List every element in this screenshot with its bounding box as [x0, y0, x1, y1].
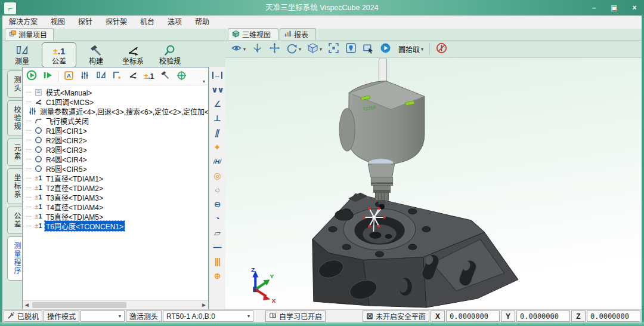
tree-item[interactable]: 测量参数逼近<4>,回退<3>,搜索<6>,定位<2>,定位加<2>,测 [23, 106, 208, 116]
pan-icon [269, 42, 280, 56]
menu-item[interactable]: 机台 [134, 16, 161, 29]
axis-y-label: Y [270, 273, 274, 279]
menu-item[interactable]: 帮助 [188, 16, 216, 29]
locate-icon[interactable] [343, 42, 358, 56]
viewport-3d[interactable]: TZTEK [225, 58, 642, 310]
tree-item[interactable]: 飞行模式关闭 [23, 116, 208, 125]
tolerance-ribbon-button[interactable]: ±.1 公差 [42, 42, 76, 67]
scroll-right-icon[interactable]: ► [200, 301, 208, 309]
measure-small-icon[interactable] [94, 69, 108, 84]
view-eye-icon[interactable]: ▾ [229, 42, 247, 56]
tab-measure-project[interactable]: 测量项目 [5, 28, 54, 40]
view-tab-strip: 三维视图 报表 [225, 29, 642, 41]
concentricity-icon[interactable]: ◎ [210, 168, 225, 183]
straightness-icon[interactable]: — [210, 240, 225, 254]
parallelism-icon[interactable]: ∥ [210, 125, 225, 140]
axis-label: Y [501, 310, 515, 322]
profile-icon[interactable]: /H/ [210, 154, 225, 168]
pan-icon[interactable] [267, 42, 282, 56]
tree-item[interactable]: R2圆<CIR2> [23, 135, 208, 144]
tree-item[interactable]: R3圆<CIR3> [23, 144, 208, 154]
side-tab-coordsys[interactable]: 坐标系 [7, 168, 22, 204]
separator [429, 43, 430, 55]
symmetry-icon[interactable]: ||| [210, 254, 225, 269]
tolerance-small-icon[interactable]: ±.1 [142, 69, 156, 84]
tree-item[interactable]: 模式<Manual> [23, 87, 208, 97]
tolerance-icon: ±.1 [53, 44, 66, 57]
circularity-icon[interactable]: ○ [210, 183, 225, 197]
menu-item[interactable]: 解决方案 [2, 16, 44, 29]
fit-icon[interactable] [326, 42, 341, 56]
tree-item[interactable]: ±1 T4直径<TDIAM4> [23, 202, 208, 211]
dim-icon: ±1 [34, 202, 43, 211]
scroll-left-icon[interactable]: ◄ [23, 301, 31, 309]
flatness-icon[interactable]: ▱ [210, 226, 225, 240]
side-tab-tolerance[interactable]: 公差 [7, 207, 22, 234]
tree-item[interactable]: ±1 T3直径<TDIAM3> [23, 192, 208, 202]
corner-icon[interactable] [110, 69, 124, 84]
tree-item[interactable]: ±1 T5直径<TDIAM5> [23, 211, 208, 221]
probe-stop-icon[interactable] [434, 42, 449, 56]
tree-item[interactable]: ±1 T1直径<TDIAM1> [23, 173, 208, 183]
menu-item[interactable]: 视图 [44, 16, 72, 29]
restore-button[interactable]: ▣ [609, 4, 619, 12]
active-probe-select[interactable]: RT50-1 A:0,B:0▾ [163, 310, 253, 322]
horizontal-scrollbar[interactable]: ◄ ► [23, 300, 208, 309]
construct-ribbon-button[interactable]: 构建 [79, 42, 113, 67]
align-icon[interactable] [174, 69, 188, 84]
step-run-icon[interactable] [41, 69, 55, 84]
coordsys-ribbon-button[interactable]: 坐标系 [116, 42, 150, 67]
width-icon[interactable]: ↔ [210, 68, 225, 82]
params-icon[interactable] [78, 69, 92, 84]
orbit-icon[interactable] [250, 42, 265, 56]
gauge-ribbon-button[interactable]: 校验规 [153, 42, 187, 67]
toolbar-overflow-button[interactable]: ▾ [201, 79, 207, 84]
tolerance-symbol-bar: ↔ ∨∨ ∠ ⊥ [209, 67, 225, 310]
side-tab-probe[interactable]: 测头 [7, 70, 22, 98]
spin-icon[interactable]: ▾ [284, 42, 303, 56]
label-icon: A [64, 70, 74, 82]
circle-pick-dropdown[interactable]: 圆拾取 ▾ [395, 42, 425, 56]
tree-item[interactable]: ±1 T6同心度<TCONCEN1> [23, 221, 208, 230]
tree-item[interactable]: ±1 T2直径<TDIAM2> [23, 183, 208, 192]
tab-report[interactable]: 报表 [280, 28, 316, 40]
play-icon[interactable] [378, 42, 393, 56]
close-button[interactable]: × [630, 4, 639, 12]
main-content: 测量项目 测量 ±.1 公差 [2, 29, 642, 310]
tree-item[interactable]: R5圆<CIR5> [23, 164, 208, 173]
position-icon[interactable]: ⌖ [210, 140, 225, 154]
tree-item[interactable]: C1回调<MCS> [23, 97, 208, 106]
run-icon[interactable] [24, 69, 39, 84]
select-window-icon[interactable] [361, 42, 376, 56]
mode-select[interactable]: ▾ [80, 310, 125, 322]
coordsys-icon [126, 44, 140, 57]
coordinate-readout: X 0.0000000 Y 0.0000000 Z 0.0000000 [431, 310, 640, 322]
hammer-small-icon[interactable] [158, 69, 172, 84]
corner-icon [112, 70, 122, 82]
scroll-thumb[interactable] [32, 302, 126, 308]
tab-3d-view[interactable]: 三维视图 [228, 28, 278, 40]
menu-item[interactable]: 探针架 [99, 16, 134, 29]
circle-icon [34, 126, 43, 135]
coordsys-small-icon[interactable] [126, 69, 140, 84]
measure-project-panel: 测量项目 测量 ±.1 公差 [2, 29, 225, 310]
perpendicularity-icon[interactable]: ⊥ [210, 111, 225, 125]
minimize-button[interactable]: – [589, 4, 599, 12]
composite-position-icon[interactable]: ⊕ [210, 269, 225, 283]
tree-item[interactable]: R1圆<CIR1> [23, 125, 208, 135]
menu-item[interactable]: 选项 [161, 16, 188, 29]
side-tab-gauge[interactable]: 校验规 [7, 100, 22, 136]
cube-icon[interactable]: ▾ [305, 42, 324, 56]
measure-ribbon-button[interactable]: 测量 [5, 42, 39, 67]
category-ribbon: 测量 ±.1 公差 构建 坐标系 [2, 41, 225, 70]
runout-icon[interactable]: ◔ [210, 211, 225, 226]
tree-item[interactable]: R4圆<CIR4> [23, 154, 208, 164]
side-tab-program[interactable]: 测量程序 [7, 236, 22, 281]
dim-icon: ±1 [34, 174, 43, 183]
angularity-icon[interactable]: ∨∨ [210, 82, 225, 97]
menu-item[interactable]: 探针 [72, 16, 99, 29]
diameter-icon[interactable]: ⊖ [210, 197, 225, 211]
angle-icon[interactable]: ∠ [210, 97, 225, 111]
side-tab-element[interactable]: 元素 [7, 139, 22, 166]
label-icon[interactable]: A [61, 69, 76, 84]
